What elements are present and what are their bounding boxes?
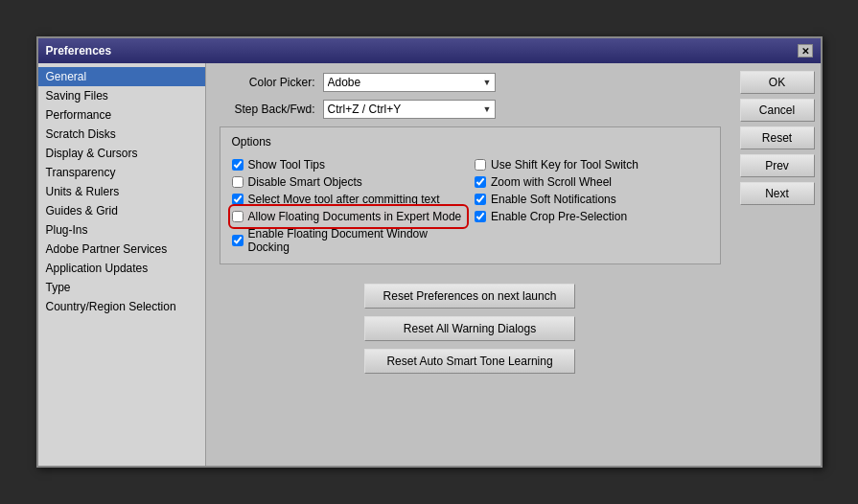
next-button[interactable]: Next <box>740 182 815 205</box>
option-crop-preselection: Enable Crop Pre-Selection <box>475 208 708 225</box>
sidebar: GeneralSaving FilesPerformanceScratch Di… <box>38 63 206 466</box>
reset-button[interactable]: Reset <box>740 126 815 149</box>
preferences-dialog: Preferences ✕ GeneralSaving FilesPerform… <box>36 36 823 468</box>
sidebar-item-adobe-partner-services[interactable]: Adobe Partner Services <box>38 240 205 259</box>
option-allow-floating-docs: Allow Floating Documents in Expert Mode <box>232 208 466 225</box>
ok-button[interactable]: OK <box>740 71 815 94</box>
option-select-move-tool: Select Move tool after committing text <box>232 191 466 208</box>
color-picker-select-wrapper: Adobe <box>323 73 496 92</box>
sidebar-item-scratch-disks[interactable]: Scratch Disks <box>38 125 205 144</box>
dialog-body: GeneralSaving FilesPerformanceScratch Di… <box>38 63 821 466</box>
checkbox-show-tool-tips[interactable] <box>232 159 243 171</box>
option-disable-smart-objects: Disable Smart Objects <box>232 173 466 191</box>
color-picker-row: Color Picker: Adobe <box>220 73 721 92</box>
reset-warnings-button[interactable]: Reset All Warning Dialogs <box>364 316 575 341</box>
sidebar-item-country-region-selection[interactable]: Country/Region Selection <box>38 297 205 316</box>
sidebar-item-application-updates[interactable]: Application Updates <box>38 259 205 278</box>
step-back-row: Step Back/Fwd: Ctrl+Z / Ctrl+Y <box>220 100 721 119</box>
sidebar-item-units-rulers[interactable]: Units & Rulers <box>38 182 205 201</box>
label-crop-preselection: Enable Crop Pre-Selection <box>491 210 627 223</box>
checkbox-select-move-tool[interactable] <box>232 194 243 205</box>
option-soft-notifications: Enable Soft Notifications <box>475 191 708 208</box>
cancel-button[interactable]: Cancel <box>740 99 815 122</box>
checkbox-crop-preselection[interactable] <box>475 211 486 222</box>
label-disable-smart-objects: Disable Smart Objects <box>248 175 362 189</box>
reset-smart-tone-button[interactable]: Reset Auto Smart Tone Learning <box>364 349 575 374</box>
checkbox-zoom-scroll[interactable] <box>475 176 486 188</box>
label-enable-floating-docking: Enable Floating Document Window Docking <box>248 227 466 254</box>
label-show-tool-tips: Show Tool Tips <box>248 158 326 172</box>
checkbox-disable-smart-objects[interactable] <box>232 176 243 188</box>
options-title: Options <box>232 135 708 149</box>
close-button[interactable]: ✕ <box>798 44 813 57</box>
step-back-select[interactable]: Ctrl+Z / Ctrl+Y <box>323 100 496 119</box>
sidebar-item-performance[interactable]: Performance <box>38 105 205 125</box>
color-picker-label: Color Picker: <box>220 76 315 89</box>
reset-buttons-group: Reset Preferences on next launch Reset A… <box>220 284 721 374</box>
buttons-panel: OK Cancel Reset Prev Next <box>734 63 821 466</box>
sidebar-item-transparency[interactable]: Transparency <box>38 163 205 182</box>
label-select-move-tool: Select Move tool after committing text <box>248 193 440 206</box>
dialog-title: Preferences <box>46 44 112 57</box>
option-enable-floating-docking: Enable Floating Document Window Docking <box>232 225 466 256</box>
options-grid: Show Tool Tips Disable Smart Objects Sel… <box>232 156 708 256</box>
label-allow-floating-docs: Allow Floating Documents in Expert Mode <box>248 210 462 223</box>
color-picker-select[interactable]: Adobe <box>323 73 496 92</box>
option-use-shift-key: Use Shift Key for Tool Switch <box>475 156 708 173</box>
options-right-col: Use Shift Key for Tool Switch Zoom with … <box>475 156 708 256</box>
sidebar-item-type[interactable]: Type <box>38 278 205 297</box>
sidebar-item-guides-grid[interactable]: Guides & Grid <box>38 201 205 220</box>
options-group: Options Show Tool Tips Disable Smart Obj… <box>220 126 721 264</box>
sidebar-item-general[interactable]: General <box>38 67 205 86</box>
prev-button[interactable]: Prev <box>740 154 815 177</box>
label-zoom-scroll: Zoom with Scroll Wheel <box>491 175 612 189</box>
options-left-col: Show Tool Tips Disable Smart Objects Sel… <box>232 156 466 256</box>
label-use-shift-key: Use Shift Key for Tool Switch <box>491 158 638 172</box>
sidebar-item-display-cursors[interactable]: Display & Cursors <box>38 144 205 163</box>
checkbox-soft-notifications[interactable] <box>475 194 486 205</box>
step-back-select-wrapper: Ctrl+Z / Ctrl+Y <box>323 100 496 119</box>
sidebar-item-saving-files[interactable]: Saving Files <box>38 86 205 105</box>
checkbox-enable-floating-docking[interactable] <box>232 235 243 246</box>
sidebar-item-plug-ins[interactable]: Plug-Ins <box>38 220 205 240</box>
step-back-label: Step Back/Fwd: <box>220 103 315 116</box>
reset-prefs-button[interactable]: Reset Preferences on next launch <box>364 284 575 309</box>
label-soft-notifications: Enable Soft Notifications <box>491 193 616 206</box>
title-bar: Preferences ✕ <box>38 38 821 63</box>
checkbox-use-shift-key[interactable] <box>475 159 486 171</box>
checkbox-allow-floating-docs[interactable] <box>232 211 243 222</box>
option-zoom-scroll: Zoom with Scroll Wheel <box>475 173 708 191</box>
option-show-tool-tips: Show Tool Tips <box>232 156 466 173</box>
main-content: Color Picker: Adobe Step Back/Fwd: Ctrl+… <box>206 63 734 466</box>
